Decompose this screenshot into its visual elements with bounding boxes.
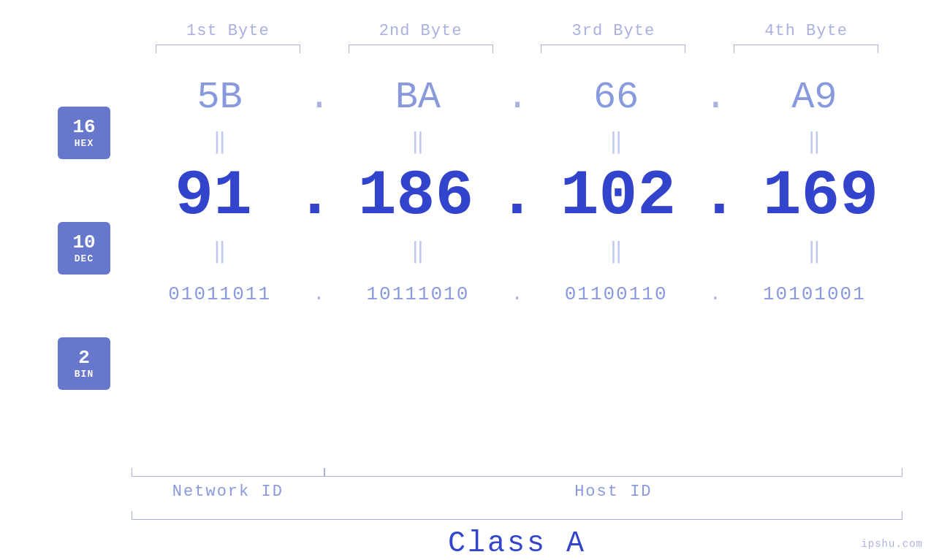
eq2-b4: ‖ [726, 237, 902, 264]
dec-b1: 91 [132, 160, 295, 232]
network-id-label: Network ID [132, 483, 324, 501]
watermark: ipshu.com [861, 538, 923, 550]
byte1-label: 1st Byte [186, 22, 270, 40]
equals-row-2: ‖ ‖ ‖ ‖ [132, 236, 902, 265]
dec-dot-2: . [498, 160, 536, 232]
network-host-brackets [132, 468, 902, 477]
equals-row-1: ‖ ‖ ‖ ‖ [132, 126, 902, 156]
hex-base-num: 16 [72, 117, 95, 138]
bracket-network [132, 468, 324, 477]
byte-col-4: 4th Byte [710, 22, 902, 53]
bottom-brackets-section: Network ID Host ID [37, 468, 902, 501]
bin-b4: 10101001 [726, 283, 902, 305]
bracket-class [132, 511, 902, 520]
bin-dot-3: . [704, 283, 726, 305]
bin-badge: 2 BIN [58, 337, 110, 390]
byte4-label: 4th Byte [764, 22, 848, 40]
hex-dot-2: . [506, 76, 528, 119]
bin-dot-2: . [506, 283, 528, 305]
content-area: 16 HEX 10 DEC 2 BIN 5B . BA . 66 . A9 [37, 61, 902, 465]
hex-b1: 5B [132, 76, 308, 119]
eq1-b3: ‖ [528, 128, 704, 155]
bin-b1: 01011011 [132, 283, 308, 305]
hex-dot-3: . [704, 76, 726, 119]
byte2-label: 2nd Byte [379, 22, 463, 40]
hex-b3: 66 [528, 76, 704, 119]
dec-dot-1: . [295, 160, 334, 232]
hex-row: 5B . BA . 66 . A9 [132, 61, 902, 126]
byte-col-3: 3rd Byte [517, 22, 710, 53]
dec-b3: 102 [536, 160, 700, 232]
rows-area: 5B . BA . 66 . A9 ‖ ‖ ‖ ‖ 91 . [132, 61, 902, 465]
bin-dot-1: . [308, 283, 330, 305]
hex-badge: 16 HEX [58, 107, 110, 159]
bracket-top-1 [156, 45, 300, 53]
dec-b2: 186 [334, 160, 498, 232]
hex-base-name: HEX [75, 138, 94, 149]
left-badges: 16 HEX 10 DEC 2 BIN [37, 61, 132, 465]
dec-dot-3: . [700, 160, 739, 232]
eq1-b1: ‖ [132, 128, 308, 155]
eq2-b1: ‖ [132, 237, 308, 264]
hex-dot-1: . [308, 76, 330, 119]
network-host-labels: Network ID Host ID [132, 483, 902, 501]
host-id-label: Host ID [324, 483, 902, 501]
bin-row: 01011011 . 10111010 . 01100110 . 1010100… [132, 265, 902, 323]
bin-base-name: BIN [75, 369, 94, 380]
bracket-top-3 [541, 45, 685, 53]
dec-badge: 10 DEC [58, 222, 110, 275]
bracket-top-4 [734, 45, 878, 53]
byte3-label: 3rd Byte [572, 22, 655, 40]
hex-b4: A9 [726, 76, 902, 119]
bracket-top-2 [349, 45, 493, 53]
byte-col-1: 1st Byte [132, 22, 324, 53]
eq1-b4: ‖ [726, 128, 902, 155]
bracket-host [324, 468, 902, 477]
eq2-b3: ‖ [528, 237, 704, 264]
class-label: Class A [132, 527, 902, 560]
dec-b4: 169 [739, 160, 902, 232]
dec-row: 91 . 186 . 102 . 169 [132, 156, 902, 236]
dec-base-num: 10 [72, 232, 95, 253]
bin-base-num: 2 [78, 348, 90, 369]
eq1-b2: ‖ [330, 128, 506, 155]
bin-b3: 01100110 [528, 283, 704, 305]
class-section: Class A [132, 511, 902, 560]
byte-headers: 1st Byte 2nd Byte 3rd Byte 4th Byte [37, 22, 902, 53]
hex-b2: BA [330, 76, 506, 119]
bin-b2: 10111010 [330, 283, 506, 305]
main-container: 1st Byte 2nd Byte 3rd Byte 4th Byte 16 H… [0, 0, 939, 560]
byte-col-2: 2nd Byte [324, 22, 517, 53]
dec-base-name: DEC [75, 253, 94, 264]
eq2-b2: ‖ [330, 237, 506, 264]
